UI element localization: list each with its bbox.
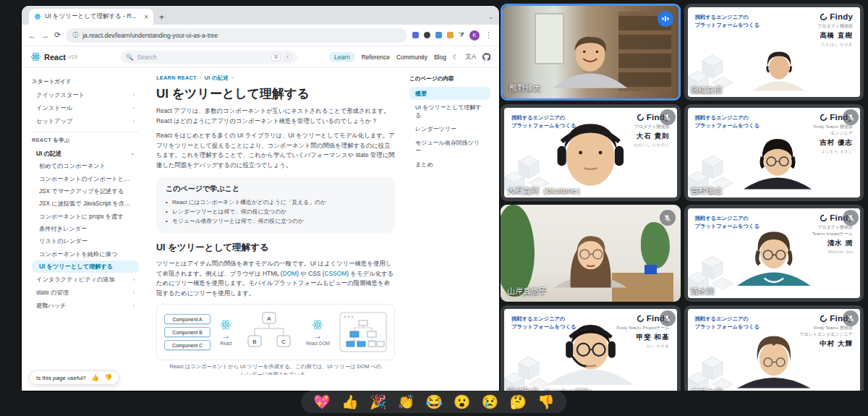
reload-button[interactable]: ⟳ (54, 30, 61, 40)
sidebar-item-keeping-pure[interactable]: コンポーネントを純粋に保つ (32, 248, 139, 260)
participant-tile-yamagishi[interactable]: 山岸真悠子 (501, 205, 681, 302)
new-tab-button[interactable]: + (159, 12, 164, 25)
sidebar-item-writing-jsx[interactable]: JSX でマークアップを記述する (32, 185, 139, 198)
participant-video (540, 213, 641, 302)
sidebar-item-rendering-lists[interactable]: リストのレンダー (32, 235, 139, 247)
toc-item-overview[interactable]: 概要 (409, 87, 490, 100)
sidebar-item-ui-as-tree[interactable]: UI をツリーとして理解する (32, 260, 139, 273)
findy-tagline: 挑戦するエンジニアのプラットフォームをつくる (695, 13, 760, 30)
arrow-icon: → (221, 331, 230, 340)
sidebar-item-first-component[interactable]: 初めてのコンポーネント (32, 160, 139, 172)
sidebar-item-install[interactable]: インストール› (32, 101, 139, 114)
back-button[interactable]: ← (28, 31, 36, 40)
brand-name: React (44, 53, 66, 61)
dark-mode-icon[interactable]: ☾ (453, 54, 459, 61)
sidebar-item-passing-props[interactable]: コンポーネントに props を渡す (32, 211, 139, 223)
reaction-thinking-button[interactable]: 🤔 (509, 395, 527, 409)
react-docs-page: React v19 🔍 Search ⌘ K Learn Reference C… (22, 46, 499, 391)
docs-search-input[interactable]: 🔍 Search ⌘ K (120, 51, 297, 64)
chevron-right-icon: › (133, 106, 135, 111)
sidebar-item-managing-state[interactable]: state の管理› (32, 286, 139, 299)
participant-name: 清水潤 (691, 286, 715, 297)
chevron-right-icon: › (133, 303, 135, 308)
mic-muted-icon (843, 109, 859, 125)
sidebar-item-interactivity[interactable]: インタラクティビティの追加› (32, 273, 139, 286)
breadcrumb-describing-ui[interactable]: UI の記述 (205, 74, 229, 82)
translate-icon[interactable]: 文A (465, 52, 476, 61)
react-arrow-label: React (220, 341, 231, 347)
browser-menu-icon[interactable]: ⋮ (485, 30, 493, 40)
breadcrumb: LEARN REACT › UI の記述 › (156, 74, 395, 82)
you-will-learn-box: このページで学ぶこと React にはコンポーネント構造がどのように「見える」の… (156, 177, 395, 233)
sidebar-item-import-export[interactable]: コンポーネントのインポートとエクスポート (32, 172, 139, 184)
findy-virtual-background: 挑戦するエンジニアのプラットフォームをつくる Findy プロダクト開発部 髙橋… (688, 7, 861, 97)
reaction-sad-button[interactable]: 😢 (482, 395, 499, 409)
toc-item-module-deps[interactable]: モジュール依存関係ツリー (409, 136, 490, 157)
sidebar-item-conditional-render[interactable]: 条件付きレンダー (32, 223, 139, 235)
thumbs-up-button[interactable]: 👍 (91, 374, 99, 381)
participant-tile-takahashi[interactable]: 挑戦するエンジニアのプラットフォームをつくる Findy プロダクト開発部 髙橋… (684, 4, 864, 101)
findy-virtual-background: 挑戦するエンジニアのプラットフォームをつくる Findy Findy Team+… (688, 309, 861, 391)
participant-tile-yoshimura[interactable]: 挑戦するエンジニアのプラットフォームをつくる Findy Findy Team+… (684, 104, 864, 201)
page-title: UI をツリーとして理解する (156, 87, 395, 101)
nav-blog[interactable]: Blog (434, 54, 446, 61)
reaction-laugh-button[interactable]: 😂 (425, 395, 443, 409)
sidebar-item-setup[interactable]: セットアップ› (32, 114, 139, 127)
browser-tab[interactable]: UI をツリーとして理解する - R... × (29, 9, 153, 25)
extension-icon[interactable] (435, 32, 442, 38)
findy-virtual-background: 挑戦するエンジニアのプラットフォームをつくる Findy Findy Team+… (504, 309, 677, 391)
participant-tile-oishi[interactable]: 挑戦するエンジニアのプラットフォームをつくる Findy プロダクト開発部 大石… (501, 104, 681, 201)
thumbs-down-button[interactable]: 👎 (104, 374, 112, 381)
participant-name: 山岸真悠子 (507, 286, 547, 297)
sidebar-item-js-in-jsx[interactable]: JSX に波括弧で JavaScript を含める (32, 198, 139, 210)
toc-item-render-tree[interactable]: レンダーツリー (409, 122, 490, 135)
participant-tile-nakamura[interactable]: 挑戦するエンジニアのプラットフォームをつくる Findy Findy Team+… (684, 305, 864, 391)
tree-paragraph: ツリーとはアイテム間の関係を表すモデルの一種です。UI はよくツリー構造を使用し… (156, 259, 395, 298)
reaction-heart-button[interactable]: 💖 (313, 395, 331, 409)
github-icon[interactable] (482, 53, 490, 61)
participant-tile-shimizu[interactable]: 挑戦するエンジニアのプラットフォームをつくる Findy プロダクト開発部 Te… (684, 205, 864, 302)
profile-avatar[interactable]: K (469, 30, 480, 41)
component-tree-graphic: A B C (242, 311, 297, 353)
sidebar-item-escape-hatches[interactable]: 避難ハッチ› (32, 299, 139, 312)
address-bar[interactable]: ⓘ ja.react.dev/learn/understanding-your-… (66, 28, 407, 43)
participant-tile-kai[interactable]: 挑戦するエンジニアのプラットフォームをつくる Findy Findy Team+… (501, 305, 681, 391)
nav-reference[interactable]: Reference (362, 54, 390, 61)
cssom-link[interactable]: CSSOM (325, 270, 347, 277)
participant-video (743, 41, 815, 97)
participant-video (726, 320, 822, 391)
reaction-thumbs-up-button[interactable]: 👍 (341, 395, 359, 409)
chevron-right-icon: › (133, 290, 135, 295)
sidebar-divider (32, 132, 139, 132)
react-favicon-icon (34, 13, 41, 20)
table-of-contents: このページの内容 概要 UI をツリーとして理解する レンダーツリー モジュール… (408, 68, 499, 375)
sidebar-group-describing-ui[interactable]: UI の記述⌄ (32, 147, 139, 160)
tab-close-icon[interactable]: × (144, 13, 148, 21)
nav-learn[interactable]: Learn (329, 52, 355, 62)
learnbox-item: レンダーツリーとは何で、何の役に立つのか (166, 207, 386, 216)
extension-icon[interactable] (424, 32, 430, 38)
toc-item-ui-as-tree[interactable]: UI をツリーとして理解する (409, 101, 490, 122)
extension-icon[interactable] (412, 32, 419, 38)
sidebar-item-quickstart[interactable]: クイックスタート› (32, 88, 139, 101)
reaction-thumbs-down-button[interactable]: 👎 (537, 395, 555, 409)
dom-link[interactable]: DOM (283, 270, 297, 277)
site-info-icon[interactable]: ⓘ (72, 31, 78, 39)
brand-version[interactable]: v19 (69, 54, 77, 60)
nav-community[interactable]: Community (396, 54, 427, 61)
breadcrumb-learn-react[interactable]: LEARN REACT (156, 74, 197, 82)
react-logo[interactable]: React v19 (30, 51, 77, 62)
extension-icon[interactable] (447, 32, 454, 38)
participant-tile-kumano[interactable]: 熊野修太 (501, 4, 681, 101)
tab-strip-caret-icon[interactable]: ⌄ (488, 14, 493, 25)
reaction-clap-button[interactable]: 👏 (397, 395, 414, 409)
forward-button[interactable]: → (41, 31, 49, 40)
reaction-party-button[interactable]: 🎉 (370, 395, 387, 409)
sidebar-section-start: スタートガイド (32, 78, 139, 85)
participant-grid: 熊野修太 挑戦するエンジニアのプラットフォームをつくる Findy プロダクト開… (501, 4, 864, 391)
findy-logo-icon (820, 114, 827, 122)
toc-item-summary[interactable]: まとめ (409, 158, 490, 171)
reaction-surprised-button[interactable]: 😮 (454, 395, 471, 409)
mic-muted-icon (660, 310, 676, 326)
extensions-puzzle-icon[interactable]: ⧩ (459, 31, 464, 39)
